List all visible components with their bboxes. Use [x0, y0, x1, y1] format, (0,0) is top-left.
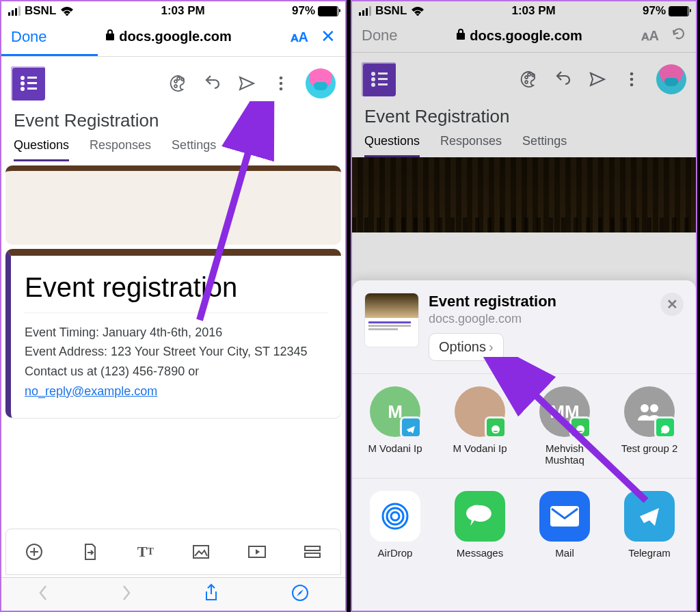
theme-icon[interactable] — [169, 74, 188, 93]
url-display[interactable]: docs.google.com — [105, 29, 231, 44]
tab-questions[interactable]: Questions — [14, 138, 69, 161]
question-toolbar: TT — [5, 529, 341, 575]
contact-avatar — [455, 386, 505, 437]
share-app-airdrop[interactable]: AirDrop — [362, 491, 429, 559]
avatar[interactable] — [306, 68, 336, 98]
phone-left: BSNL 1:03 PM 97% Done docs.google.com ᴀA… — [0, 0, 347, 612]
share-app-messages[interactable]: Messages — [446, 491, 513, 559]
form-header-image[interactable] — [5, 165, 341, 245]
close-icon[interactable]: ✕ — [660, 293, 684, 316]
reader-button[interactable]: ᴀA — [291, 29, 308, 45]
share-apps: AirDrop Messages Mail Telegram — [352, 479, 696, 571]
add-image-icon[interactable] — [191, 542, 211, 561]
browser-bar: Done docs.google.com ᴀA ✕ — [1, 19, 345, 54]
contact-name: M Vodani Ip — [453, 442, 507, 454]
contact-avatar — [624, 386, 675, 437]
share-sheet: Event registration docs.google.com Optio… — [352, 280, 696, 611]
stop-button[interactable]: ✕ — [321, 26, 336, 47]
carrier: BSNL — [25, 4, 56, 18]
whatsapp-badge-icon — [654, 416, 676, 438]
contact-email[interactable]: no_reply@example.com — [25, 384, 157, 398]
svg-point-16 — [387, 508, 403, 524]
add-title-icon[interactable]: TT — [136, 542, 155, 561]
more-icon[interactable] — [271, 74, 291, 93]
telegram-badge-icon — [400, 416, 422, 438]
share-contacts: M M Vodani Ip M Vodani Ip MM Mehvish Mus… — [352, 374, 696, 478]
undo-icon[interactable] — [203, 74, 222, 93]
done-button[interactable]: Done — [11, 28, 47, 46]
messages-icon — [455, 491, 505, 542]
app-label: AirDrop — [378, 547, 413, 559]
share-thumbnail — [364, 293, 419, 347]
share-contact[interactable]: M Vodani Ip — [446, 386, 513, 466]
contact-avatar: MM — [539, 386, 590, 437]
add-video-icon[interactable] — [247, 542, 267, 561]
app-label: Telegram — [628, 547, 671, 559]
share-contact[interactable]: MM Mehvish Mushtaq — [531, 386, 598, 466]
svg-point-2 — [280, 87, 283, 90]
options-button[interactable]: Options › — [429, 333, 504, 361]
forms-app-bar — [1, 57, 345, 107]
chevron-right-icon: › — [489, 339, 494, 355]
contact-avatar: M — [370, 386, 420, 437]
send-icon[interactable] — [237, 74, 256, 93]
share-app-mail[interactable]: Mail — [531, 491, 598, 559]
signal-icon — [8, 6, 21, 16]
share-title: Event registration — [429, 293, 651, 310]
share-contact[interactable]: Test group 2 — [616, 386, 683, 466]
status-bar: BSNL 1:03 PM 97% — [1, 1, 345, 19]
add-section-icon[interactable] — [303, 542, 322, 561]
svg-point-13 — [641, 404, 649, 412]
app-label: Mail — [555, 547, 574, 559]
safari-bottom-bar — [1, 577, 345, 611]
svg-rect-6 — [305, 546, 320, 550]
form-description: Event Timing: January 4th-6th, 2016 Even… — [25, 323, 327, 401]
svg-rect-4 — [193, 546, 208, 558]
airdrop-icon — [370, 491, 420, 542]
phone-right: BSNL 1:03 PM 97% Done docs.google.com ᴀA — [351, 0, 697, 612]
forward-icon — [121, 584, 132, 604]
imessage-badge-icon — [569, 416, 591, 438]
import-icon[interactable] — [80, 542, 99, 561]
svg-point-0 — [280, 76, 283, 79]
battery-icon — [318, 6, 338, 16]
tabs: Questions Responses Settings — [1, 131, 345, 161]
svg-rect-7 — [305, 553, 320, 557]
contact-name: M Vodani Ip — [368, 442, 422, 454]
wifi-icon — [60, 6, 74, 16]
form-title: Event registration — [25, 272, 327, 303]
telegram-icon — [624, 491, 675, 542]
svg-point-15 — [391, 512, 399, 520]
form-title-card[interactable]: Event registration Event Timing: January… — [5, 249, 341, 418]
share-app-telegram[interactable]: Telegram — [616, 491, 683, 559]
back-icon — [38, 584, 49, 604]
imessage-badge-icon — [485, 416, 507, 438]
mail-icon — [539, 491, 590, 542]
forms-logo-icon[interactable] — [11, 66, 45, 101]
doc-title[interactable]: Event Registration — [1, 107, 345, 131]
share-icon[interactable] — [204, 583, 219, 605]
safari-compass-icon[interactable] — [291, 584, 309, 604]
lock-icon — [105, 29, 115, 44]
share-subtitle: docs.google.com — [429, 312, 651, 326]
tab-settings[interactable]: Settings — [172, 138, 216, 161]
tab-responses[interactable]: Responses — [90, 138, 151, 161]
clock: 1:03 PM — [161, 4, 205, 18]
svg-rect-18 — [550, 506, 579, 527]
app-label: Messages — [457, 547, 503, 559]
svg-point-1 — [280, 81, 283, 85]
add-question-icon[interactable] — [25, 542, 44, 561]
share-contact[interactable]: M M Vodani Ip — [362, 386, 429, 466]
contact-name: Mehvish Mushtaq — [531, 442, 598, 466]
svg-point-14 — [650, 404, 658, 412]
contact-name: Test group 2 — [621, 442, 678, 454]
battery-pct: 97% — [292, 4, 315, 18]
